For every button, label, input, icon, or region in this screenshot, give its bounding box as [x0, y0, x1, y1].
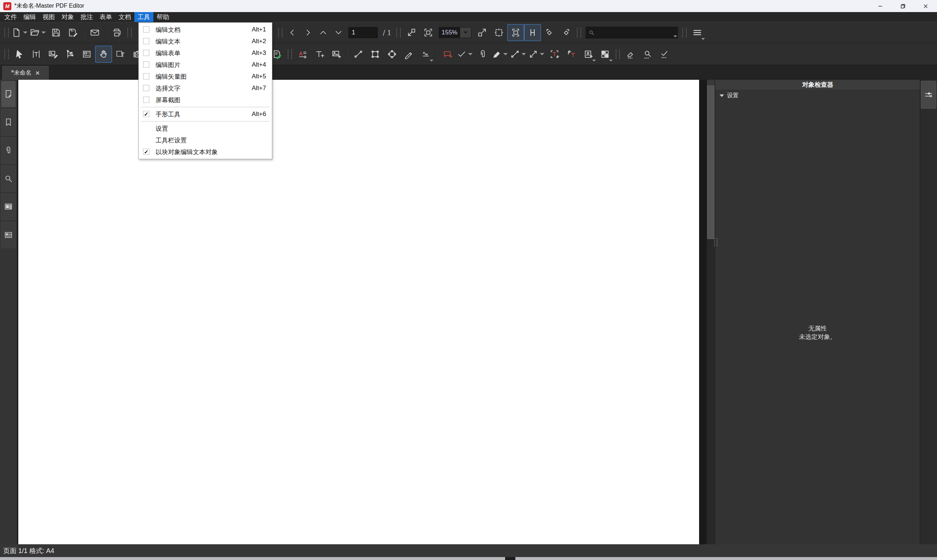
- marquee-zoom-button[interactable]: [491, 24, 507, 41]
- menu-checkbox[interactable]: [143, 85, 149, 91]
- toolbar-grip-handle[interactable]: [577, 28, 581, 37]
- email-button[interactable]: [86, 24, 103, 41]
- new-document-button[interactable]: [11, 24, 29, 41]
- edit-image-tool[interactable]: [45, 46, 62, 63]
- sidebar-item-signatures[interactable]: [1, 222, 16, 248]
- save-as-button[interactable]: [65, 24, 81, 41]
- highlight-text-button[interactable]: [491, 46, 509, 63]
- properties-side-tab[interactable]: [921, 81, 936, 109]
- toolbar-grip-handle[interactable]: [5, 49, 9, 59]
- next-page-button[interactable]: [300, 24, 315, 41]
- sidebar-item-form-fields[interactable]: [1, 194, 16, 220]
- edit-text-tool[interactable]: [28, 46, 45, 63]
- tools-menu-item-编辑文本[interactable]: 编辑文本Alt+2: [139, 35, 272, 47]
- attach-file-button[interactable]: [474, 46, 491, 63]
- menu-checkbox-checked[interactable]: ✓: [143, 111, 149, 117]
- stamp-button[interactable]: [580, 46, 597, 63]
- tools-menu-item-以块对象编辑文本对象[interactable]: ✓以块对象编辑文本对象: [139, 146, 272, 158]
- inspector-settings-section[interactable]: 设置: [715, 90, 920, 101]
- menu-checkbox[interactable]: [143, 73, 149, 79]
- tools-menu-item-编辑图片[interactable]: 编辑图片Alt+4: [139, 59, 272, 71]
- add-text-button[interactable]: [311, 46, 328, 63]
- menubar-item-编辑[interactable]: 编辑: [20, 12, 39, 22]
- pen-tool[interactable]: [400, 46, 417, 63]
- menubar-item-批注[interactable]: 批注: [77, 12, 96, 22]
- panel-splitter-handle[interactable]: [714, 238, 717, 246]
- tools-menu-item-编辑文档[interactable]: 编辑文档Alt+1: [139, 24, 272, 35]
- eraser-options-button[interactable]: [622, 46, 639, 63]
- edit-form-tool[interactable]: [78, 46, 95, 63]
- draw-rectangle-button[interactable]: [367, 46, 383, 63]
- page-number-input[interactable]: 1: [348, 27, 378, 38]
- zoom-dropdown-button[interactable]: [460, 28, 471, 38]
- tools-menu-item-手形工具[interactable]: ✓手形工具Alt+6: [139, 108, 272, 120]
- menubar-item-表单[interactable]: 表单: [96, 12, 115, 22]
- callout-annotation-button[interactable]: [563, 46, 580, 63]
- print-button[interactable]: [108, 24, 125, 41]
- restore-button[interactable]: [892, 0, 914, 12]
- first-page-button[interactable]: [315, 24, 331, 41]
- last-page-button[interactable]: [331, 24, 346, 41]
- check-annotation-button[interactable]: [456, 46, 474, 63]
- line-annotation-button[interactable]: [509, 46, 528, 63]
- text-box-annotation-button[interactable]: [546, 46, 563, 63]
- menubar-item-视图[interactable]: 视图: [39, 12, 58, 22]
- menubar-item-文档[interactable]: 文档: [115, 12, 134, 22]
- sidebar-item-bookmarks[interactable]: [1, 109, 16, 135]
- previous-page-button[interactable]: [285, 24, 300, 41]
- arrow-annotation-button[interactable]: [528, 46, 546, 63]
- toolbar-menu-button[interactable]: [689, 24, 706, 41]
- edit-document-tool[interactable]: [11, 46, 28, 63]
- fit-visible-button[interactable]: [420, 24, 437, 41]
- vertical-scrollbar[interactable]: [706, 80, 715, 544]
- scrollbar-thumb[interactable]: [707, 85, 714, 239]
- toolbar-grip-handle[interactable]: [128, 28, 132, 37]
- toolbar-grip-handle[interactable]: [615, 49, 620, 59]
- menu-checkbox-checked[interactable]: ✓: [143, 149, 149, 155]
- add-image-button[interactable]: [328, 46, 345, 63]
- menubar-item-对象[interactable]: 对象: [58, 12, 77, 22]
- select-text-tool[interactable]: [112, 46, 129, 63]
- rotate-left-button[interactable]: [541, 24, 558, 41]
- close-button[interactable]: [914, 0, 937, 12]
- add-text-block-button[interactable]: [294, 46, 311, 63]
- hand-tool[interactable]: [95, 46, 112, 63]
- menu-checkbox[interactable]: [143, 97, 149, 103]
- fit-height-button[interactable]: [524, 24, 541, 41]
- tab-close-icon[interactable]: ✕: [35, 70, 40, 77]
- sidebar-item-attachments[interactable]: [1, 137, 16, 164]
- check-options-button[interactable]: [656, 46, 673, 63]
- sidebar-item-pages[interactable]: [1, 81, 16, 107]
- menu-checkbox[interactable]: [143, 26, 149, 32]
- draw-line-button[interactable]: [350, 46, 367, 63]
- sidebar-item-search[interactable]: [1, 165, 16, 192]
- sticky-note-button[interactable]: [439, 46, 456, 63]
- zoom-level-select[interactable]: 155%: [439, 27, 471, 38]
- toolbar-grip-handle[interactable]: [682, 28, 687, 37]
- fit-width-button[interactable]: [507, 24, 524, 41]
- toolbar-grip-handle[interactable]: [5, 28, 9, 37]
- save-button[interactable]: [48, 24, 65, 41]
- zoom-options-button[interactable]: [639, 46, 656, 63]
- pdf-page-canvas[interactable]: [18, 80, 699, 544]
- signature-button[interactable]: [417, 46, 434, 63]
- tiles-annotation-button[interactable]: [597, 46, 614, 63]
- zoom-level-value[interactable]: 155%: [439, 28, 460, 38]
- toolbar-grip-handle[interactable]: [278, 28, 283, 37]
- search-dropdown-icon[interactable]: [674, 35, 677, 37]
- search-input[interactable]: [586, 27, 678, 38]
- toolbar-grip-handle[interactable]: [288, 49, 292, 59]
- menubar-item-工具[interactable]: 工具: [134, 12, 153, 22]
- tools-menu-item-编辑矢量图[interactable]: 编辑矢量图Alt+5: [139, 71, 272, 82]
- menu-checkbox[interactable]: [143, 50, 149, 56]
- menu-checkbox[interactable]: [143, 62, 149, 68]
- document-tab[interactable]: *未命名 ✕: [2, 66, 49, 80]
- scrollbar-up-button[interactable]: [707, 80, 714, 85]
- toolbar-grip-handle[interactable]: [396, 28, 401, 37]
- minimize-button[interactable]: [869, 0, 892, 12]
- tools-menu-item-选择文字[interactable]: 选择文字Alt+7: [139, 82, 272, 94]
- rotate-right-button[interactable]: [558, 24, 575, 41]
- open-file-button[interactable]: [29, 24, 48, 41]
- tools-menu-item-编辑表单[interactable]: 编辑表单Alt+3: [139, 47, 272, 59]
- tools-menu-item-设置[interactable]: 设置: [139, 123, 272, 134]
